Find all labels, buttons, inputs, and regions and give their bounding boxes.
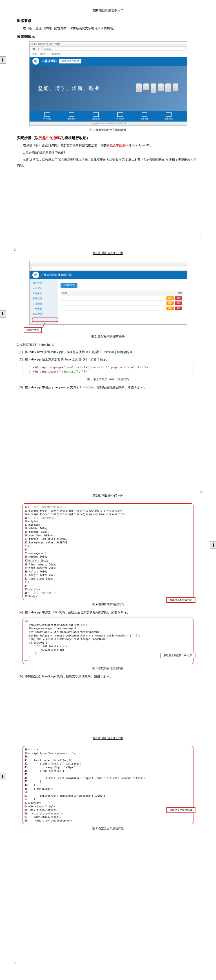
step4: （4）在 index.jsp 中添加 JSP 代码，获取从后台添加的短消息内容。… [17,610,199,616]
step2-1: （1）将 index.html 改为 index.jsp，这样可以使用 JSP … [17,349,199,355]
step1-title: 1.后台增加"短消息管理"的功能 [17,150,199,156]
table-row: ···编辑删除 [60,306,184,311]
admin-tab-active: 短消息管理 [60,283,77,288]
code-figure-3: 1<%@ page language="java" import="java.u… [22,364,194,375]
admin-menu-5: 下载中心 [31,306,56,311]
admin-browser-addr [30,266,187,271]
code-figure-5: <% request.setCharacterEncoding("utf-8")… [22,617,194,664]
figure-3-caption: 图 3 最上方添加 Java 工具包代码 [17,377,199,381]
url-field: localhost [42,47,185,51]
logo-icon: 明 [32,58,39,65]
step1-body: 如图 2 所示，后台增加了"短消息管理"模块功能。具体实现的方法请参考第 1 章… [17,157,199,169]
code-5-label: 获取后台数据的 JSP 代码 [161,653,196,658]
chapter-header: 第1章 明日企业门户网 [17,493,199,498]
site-header: 明 吉林省明日 短消息文字滚动 [30,57,187,66]
admin-menu-0: 首页管理 [31,281,56,286]
table-header: 标题 操作 [60,291,184,296]
code-figure-4: 12<!--插件，简化网站特效编写-->13<script type=" tex… [22,503,194,600]
figure-1-screenshot: 首页 - 明日科技企业门户网站 ◄ ► localhost 首页 自学中心 编辑… [29,41,187,126]
site-banner: 明 吉林省明日 短消息文字滚动 坚韧、博学、求新、敬业 明日简介 图书采购 视频… [30,57,187,121]
page-number: 3 [200,491,202,494]
figure-2-screenshot: 明 吉林省明日科技有限公司 首页管理 企业简介 产品中心 新闻管理 人才招聘 下… [29,261,187,325]
step2-2: （2）在 index.jsp 最上方添加相关 Java 工具包代码，如图 3 所… [17,357,199,363]
chapter-header: 第1章 明日企业门户网 [17,736,199,740]
page-nav: 首页 自学中心 编辑来源 [30,51,187,57]
step2-3: （3）在 index.jsp 中引入 jquery.min.js 文件和 CSS… [17,385,199,390]
chess-decoration [136,83,178,93]
admin-menu-6: 留言管理 [31,311,56,317]
admin-menu-2: 产品中心 [31,291,56,296]
callout-box [32,318,58,322]
admin-browser-top [30,261,187,266]
site-footer: Copyright© 2018 吉林省明日科技有限公司 [30,121,187,126]
figure-1-caption: 图 1 首页短消息文字滚动效果 [17,128,199,132]
figure-5-caption: 图 5 获取后台短消息内容 [17,667,199,670]
figure-2-caption: 图 2 后台"短消息管理"模块 [17,335,199,339]
nav-icon-4: 学习空间 [113,112,127,121]
nav-icon-2: 图书采购 [65,112,79,121]
requirements-text: 在《明日企业门户网》的首页中，增加短消息文字循环滚动的功能。 [17,25,199,31]
page-number: 1 [200,234,202,237]
side-mark-4: 1 [0,773,6,780]
page-4: 第1章 明日企业门户网 1 38<!---->39<script type="t… [0,728,216,970]
admin-menu-4: 人才招聘 [31,301,56,306]
logo-text: 吉林省明日 [41,59,57,63]
section-requirements-title: 训练要求 [17,18,199,24]
page-3: 第1章 明日企业门户网 1 12<!--插件，简化网站特效编写-->13<scr… [0,485,216,728]
step-intro: 在修改《明日企业门户网》增加首页菜单特效功能之前，需要将光盘中的源码导入 Ecl… [17,143,199,148]
browser-titlebar: 首页 - 明日科技企业门户网站 [30,42,187,47]
page-number: 4 [14,961,16,964]
browser-addressbar: ◄ ► localhost [30,47,187,51]
nav-home: 首页 [32,52,37,56]
figure-4-caption: 图 4 增加样式和特效代码 [17,602,199,606]
admin-content: 短消息管理 标题 操作 ···编辑删除 ···编辑删除 ···编辑删除 [58,279,187,324]
side-mark-3: 1 [210,541,216,549]
admin-title: 吉林省明日科技有限公司 [41,273,72,277]
callout-arrow-icon [41,323,49,328]
back-icon: ◄ [31,46,36,51]
figure-6-caption: 图 6 自定义文字滚动特效 [17,827,199,830]
code-figure-6: 38<!---->39<script type="text/javascript… [22,746,194,824]
hero-slogan: 坚韧、博学、求新、敬业 [38,85,100,92]
nav-icon-1: 明日简介 [40,112,54,121]
hero-image: 坚韧、博学、求新、敬业 [30,66,187,111]
nav-icon-5: 技术专区 [137,112,151,121]
admin-menu-1: 企业简介 [31,286,56,291]
step5: （5）添加自定义 JavaScript 代码，控制文字滚动效果。如图 6 所示。 [17,674,199,679]
admin-logo-icon: 明 [32,272,39,278]
side-mark-2: 1 [0,310,6,318]
table-row: ···编辑删除 [60,301,184,306]
page-number: 2 [14,248,16,251]
nav-edit: 编辑来源 [52,52,60,56]
admin-header: 明 吉林省明日科技有限公司 [30,271,187,279]
step2-title: 2.找到页面文件 index.html。 [17,342,199,348]
scroll-message-box: 短消息文字滚动 [59,59,81,64]
nav-study: 自学中心 [40,52,49,56]
chapter-header: 第1章 明日企业门户网 [17,251,199,255]
admin-menu-3: 新闻管理 [31,296,56,301]
code-4-label: 增加样式和特效代码 [166,597,196,603]
nav-icon-6: 联系我们 [162,112,176,121]
doc-header: JSP 项目开发实例入门 [17,8,199,13]
side-mark-1: 1 [0,56,6,64]
page-1: JSP 项目开发实例入门 1 训练要求 在《明日企业门户网》的首页中，增加短消息… [0,0,216,243]
page-2: 第1章 明日企业门户网 1 明 吉林省明日科技有限公司 首页管理 企业简介 产品… [0,243,216,485]
code-6-label: 自定义文字滚动特效 [166,807,196,813]
callout-label: 短消息管理 [24,328,42,333]
section-steps-title: 实现步骤（以光盘中的源码为模板进行改动） [17,135,199,140]
nav-icon-3: 视频讲座 [89,112,103,121]
forward-icon: ► [36,46,41,51]
section-effect-title: 效果图展示 [17,34,199,39]
svg-line-0 [42,323,45,328]
table-row: ···编辑删除 [60,296,184,301]
icon-nav-bar: 明日简介 图书采购 视频讲座 学习空间 技术专区 联系我们 [30,111,187,121]
browser-tab-title: 首页 - 明日科技企业门户网站 [31,43,60,46]
